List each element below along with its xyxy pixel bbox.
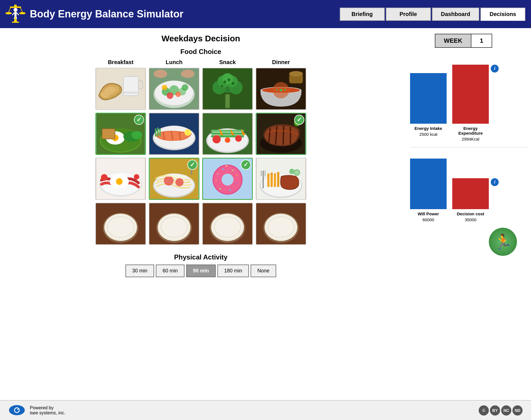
energy-expenditure-label-group: Energy Expenditure 2994Kcal: [452, 126, 489, 141]
left-panel: Weekdays Decision Food Choice Breakfast …: [8, 34, 393, 277]
willpower-label-group: Will Power 60000: [410, 211, 447, 222]
food-cell-s4[interactable]: [202, 203, 253, 245]
svg-rect-18: [123, 92, 139, 94]
svg-point-48: [280, 89, 282, 92]
willpower-bar-wrapper: [410, 159, 447, 209]
food-cell-l3[interactable]: ✓: [149, 158, 199, 200]
energy-expenditure-bar: [452, 65, 489, 124]
svg-line-14: [16, 16, 17, 19]
energy-expenditure-label: Energy Expenditure: [452, 126, 489, 136]
svg-point-29: [154, 70, 167, 78]
svg-point-156: [17, 409, 18, 410]
license-by: BY: [490, 405, 500, 416]
col-header-breakfast: Breakfast: [95, 59, 146, 66]
scale-icon: [6, 4, 25, 24]
license-nd: ND: [512, 405, 523, 416]
food-cell-b3[interactable]: [95, 158, 146, 200]
svg-rect-32: [225, 94, 230, 108]
food-cell-s3[interactable]: ✓: [202, 158, 253, 200]
food-cell-d4[interactable]: [256, 203, 306, 245]
svg-point-97: [101, 174, 107, 180]
energy-intake-bar-wrapper: [410, 73, 447, 124]
svg-line-13: [14, 16, 15, 19]
main-navigation: Briefing Profile Dashboard Decisions: [340, 8, 525, 21]
food-cell-b1[interactable]: [95, 68, 146, 110]
physical-activity-section: Physical Activity 30 min 60 min 90 min 1…: [8, 253, 393, 277]
svg-point-49: [276, 89, 278, 91]
right-panel: WEEK 1 i Energy Intake 2500 kcal: [404, 34, 523, 277]
footer-company: isee systems, inc.: [30, 410, 65, 416]
svg-line-5: [21, 8, 22, 13]
activity-btn-none[interactable]: None: [251, 265, 276, 277]
col-header-snack: Snack: [202, 59, 253, 66]
week-indicator: WEEK 1: [435, 34, 492, 48]
energy-chart: i: [404, 56, 523, 124]
food-cell-d1[interactable]: [256, 68, 306, 110]
col-header-dinner: Dinner: [256, 59, 306, 66]
svg-point-96: [116, 178, 122, 185]
willpower-labels: Will Power 60000 Decision cost 35000: [404, 209, 523, 222]
activity-btn-60min[interactable]: 60 min: [156, 265, 184, 277]
empty-plate-art-b4: [96, 203, 145, 244]
food-cell-l2[interactable]: [149, 113, 199, 155]
footer-powered-by: Powered by: [30, 405, 65, 410]
week-number: 1: [471, 34, 492, 47]
svg-point-40: [228, 78, 230, 81]
app-header: Body Energy Balance Simulator Briefing P…: [0, 0, 531, 28]
food-cell-d2[interactable]: ✓: [256, 113, 306, 155]
activity-btn-30min[interactable]: 30 min: [125, 265, 154, 277]
decision-cost-bar-wrapper: i: [452, 178, 489, 209]
footer-branding: Powered by isee systems, inc.: [8, 404, 65, 417]
tab-profile[interactable]: Profile: [386, 8, 431, 21]
activity-btn-90min[interactable]: 90 min: [186, 265, 216, 277]
food-cell-b2[interactable]: ✓: [95, 113, 146, 155]
food-cell-l1[interactable]: [149, 68, 199, 110]
food-cell-d3[interactable]: [256, 158, 306, 200]
svg-point-28: [182, 84, 188, 91]
svg-rect-8: [12, 22, 19, 23]
selected-check-s3: ✓: [241, 160, 251, 170]
food-cell-s1[interactable]: [202, 68, 253, 110]
energy-intake-label-group: Energy Intake 2500 kcal: [410, 126, 447, 141]
svg-point-41: [232, 82, 235, 85]
info-icon-energy[interactable]: i: [491, 65, 499, 73]
activity-btn-180min[interactable]: 180 min: [217, 265, 249, 277]
svg-point-25: [167, 92, 173, 99]
energy-expenditure-value: 2994Kcal: [452, 137, 489, 141]
info-icon-willpower[interactable]: i: [491, 178, 499, 186]
physical-activity-title: Physical Activity: [8, 253, 393, 261]
svg-point-128: [295, 170, 299, 175]
svg-point-50: [284, 89, 286, 91]
svg-point-136: [105, 215, 136, 240]
app-title: Body Energy Balance Simulator: [30, 8, 183, 20]
willpower-chart: i: [404, 153, 523, 209]
svg-rect-124: [271, 173, 273, 187]
svg-point-6: [19, 12, 25, 14]
svg-point-42: [221, 85, 223, 87]
svg-rect-78: [211, 132, 244, 135]
food-cell-b4[interactable]: [95, 203, 146, 245]
tab-decisions[interactable]: Decisions: [480, 8, 525, 21]
svg-point-109: [222, 174, 233, 186]
week-label: WEEK: [435, 34, 471, 47]
svg-point-30: [181, 70, 195, 78]
food-cell-l4[interactable]: [149, 203, 199, 245]
food-column-headers: Breakfast Lunch Snack Dinner: [8, 59, 393, 66]
license-cc: ©: [479, 405, 489, 416]
running-icon: 🏃: [489, 228, 517, 256]
svg-point-4: [6, 12, 12, 14]
svg-point-9: [14, 8, 17, 12]
svg-line-3: [8, 8, 10, 13]
tab-briefing[interactable]: Briefing: [340, 8, 385, 21]
svg-point-129: [289, 169, 294, 174]
svg-point-39: [223, 81, 226, 83]
tab-dashboard[interactable]: Dashboard: [432, 8, 479, 21]
food-choice-title: Food Choice: [8, 48, 393, 56]
willpower-value: 60000: [410, 217, 447, 222]
svg-point-26: [176, 92, 181, 97]
energy-expenditure-bar-wrapper: i: [452, 65, 489, 124]
svg-rect-60: [102, 129, 115, 139]
food-cell-s2[interactable]: [202, 113, 253, 155]
svg-rect-123: [267, 173, 269, 187]
svg-point-103: [176, 178, 184, 186]
